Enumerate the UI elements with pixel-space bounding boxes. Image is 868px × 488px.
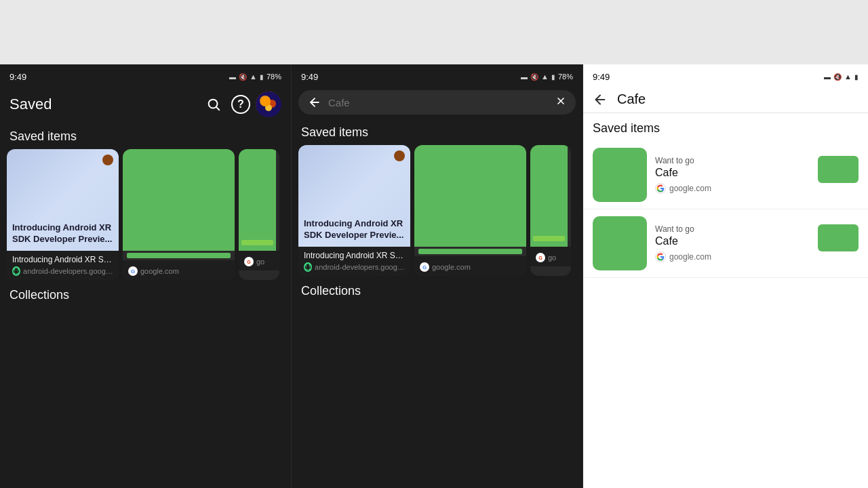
card-thumb-green-1 <box>123 149 235 251</box>
signal-icon-2: ▬ <box>521 73 528 81</box>
search-back-button[interactable] <box>308 96 321 109</box>
card-footer-narrow-2: G go <box>530 247 571 266</box>
android-favicon-2 <box>304 262 312 272</box>
card-source-2: android-developers.googleblo... <box>304 262 405 272</box>
status-bar-2: 9:49 ▬ 🔇 ▲ ▮ 78% <box>292 64 583 86</box>
search-input[interactable] <box>328 97 549 108</box>
card-footer-narrow-1: G go <box>239 251 279 270</box>
right-signal-icon: ▬ <box>824 73 831 81</box>
right-panel: 9:49 ▬ 🔇 ▲ ▮ Cafe Saved items <box>583 64 868 488</box>
right-battery-icon: ▮ <box>854 73 859 81</box>
header-icons-1: ? <box>201 92 281 117</box>
go-favicon-2: G <box>536 253 545 262</box>
card-thumb-android-1: Introducing Android XRSDK Developer Prev… <box>7 149 119 251</box>
result-item-2[interactable]: Want to go Cafe google.com <box>583 209 868 278</box>
android-favicon-1 <box>12 266 20 276</box>
card-url-narrow-1: go <box>256 258 264 266</box>
result-thumbnail-small-1 <box>818 156 859 183</box>
right-status-icons: ▬ 🔇 ▲ ▮ <box>824 73 859 81</box>
card-bottom-bar-2 <box>418 249 522 254</box>
card-green-1[interactable]: G google.com <box>123 149 235 280</box>
right-mute-icon: 🔇 <box>833 73 842 81</box>
battery-text-1: 78% <box>267 73 281 81</box>
search-button-1[interactable] <box>201 92 226 117</box>
search-bar <box>298 90 576 115</box>
card-url-2: android-developers.googleblo... <box>315 263 405 271</box>
result-name-2: Cafe <box>655 235 694 247</box>
card-thumb-text-1: Introducing Android XRSDK Developer Prev… <box>12 222 112 245</box>
card-title-1: Introducing Android XR SDK... <box>12 255 113 264</box>
battery-icon-1: ▮ <box>260 73 264 81</box>
card-source-1: android-developers.googleblo... <box>12 266 113 276</box>
result-name-1: Cafe <box>655 167 694 179</box>
card-green-2[interactable]: G google.com <box>414 145 526 276</box>
right-status-time: 9:49 <box>593 72 610 82</box>
card-source-green-1: G google.com <box>128 266 229 276</box>
go-favicon-1: G <box>244 257 254 266</box>
card-thumb-text-2: Introducing Android XRSDK Developer Prev… <box>304 218 403 241</box>
card-narrow-1[interactable]: G go <box>239 149 279 280</box>
right-wifi-icon: ▲ <box>844 73 852 81</box>
top-whitespace <box>0 0 868 64</box>
narrow-thumb-2 <box>530 145 568 247</box>
right-status-bar: 9:49 ▬ 🔇 ▲ ▮ <box>583 64 868 86</box>
card-footer-green-1: G google.com <box>123 260 235 280</box>
result-url-1: google.com <box>669 184 711 193</box>
battery-icon-2: ▮ <box>551 73 555 81</box>
saved-items-label-2: Saved items <box>292 119 583 145</box>
status-time-2: 9:49 <box>301 72 318 82</box>
card-url-1: android-developers.googleblo... <box>23 267 113 275</box>
signal-icon-1: ▬ <box>229 73 236 81</box>
avatar-button-1[interactable] <box>256 92 281 117</box>
card-url-narrow-2: go <box>548 253 556 262</box>
status-bar-1: 9:49 ▬ 🔇 ▲ ▮ 78% <box>0 64 291 86</box>
google-logo-1 <box>655 183 666 194</box>
card-android-xr-2[interactable]: Introducing Android XRSDK Developer Prev… <box>298 145 410 276</box>
result-thumb-1 <box>593 148 647 202</box>
result-item-1[interactable]: Want to go Cafe google.com <box>583 141 868 209</box>
result-info-1: Want to go Cafe google.com <box>655 156 859 194</box>
status-time-1: 9:49 <box>9 72 26 82</box>
card-narrow-2[interactable]: G go <box>530 145 571 276</box>
status-icons-1: ▬ 🔇 ▲ ▮ 78% <box>229 73 281 81</box>
wifi-icon-1: ▲ <box>250 73 257 81</box>
search-clear-button[interactable] <box>555 96 566 109</box>
narrow-bar-1 <box>241 240 273 245</box>
mute-icon-1: 🔇 <box>239 73 247 81</box>
mute-icon-2: 🔇 <box>530 73 538 81</box>
card-url-green-2: google.com <box>432 263 471 271</box>
card-source-narrow-2: G go <box>536 253 566 262</box>
right-back-button[interactable] <box>593 92 608 107</box>
result-label-1: Want to go <box>655 156 694 165</box>
card-title-2: Introducing Android XR SDK... <box>304 251 405 260</box>
saved-items-label-1: Saved items <box>0 123 291 149</box>
google-favicon-1: G <box>128 266 138 276</box>
battery-text-2: 78% <box>558 73 573 81</box>
app-header-1: Saved ? <box>0 86 291 123</box>
card-android-xr-1[interactable]: Introducing Android XRSDK Developer Prev… <box>7 149 119 280</box>
result-source-2: google.com <box>655 251 859 262</box>
right-header: Cafe <box>583 86 868 113</box>
collections-label-1: Collections <box>0 280 291 308</box>
svg-point-3 <box>260 96 271 106</box>
card-footer-1: Introducing Android XR SDK... android-de… <box>7 251 119 280</box>
card-source-narrow-1: G go <box>244 257 274 266</box>
result-label-2: Want to go <box>655 224 694 234</box>
help-button-1[interactable]: ? <box>231 95 250 114</box>
result-source-1: google.com <box>655 183 859 194</box>
saved-items-grid-2: Introducing Android XRSDK Developer Prev… <box>292 145 583 276</box>
svg-point-2 <box>256 92 281 117</box>
svg-point-5 <box>265 104 272 111</box>
svg-line-1 <box>216 107 219 110</box>
result-thumb-2 <box>593 216 647 270</box>
phones-container: 9:49 ▬ 🔇 ▲ ▮ 78% Saved ? <box>0 64 868 488</box>
avatar-circle-1 <box>256 92 281 117</box>
card-bottom-bar-1 <box>127 253 231 258</box>
corner-dot-2 <box>394 150 405 161</box>
result-info-2: Want to go Cafe google.com <box>655 224 859 262</box>
card-thumb-android-2: Introducing Android XRSDK Developer Prev… <box>298 145 410 247</box>
panel-main: 9:49 ▬ 🔇 ▲ ▮ 78% Saved ? <box>0 64 292 488</box>
google-favicon-2: G <box>420 262 429 272</box>
collections-label-2: Collections <box>292 276 583 304</box>
narrow-thumb-1 <box>239 149 276 251</box>
